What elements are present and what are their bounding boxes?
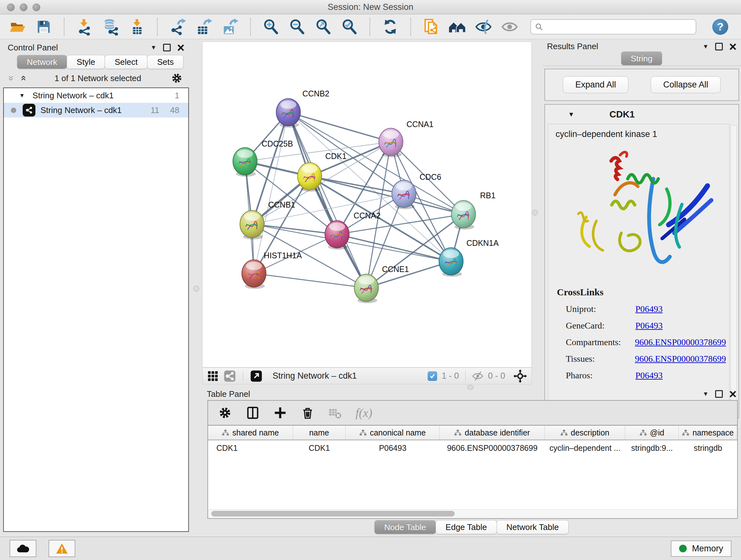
grid-view-icon[interactable] — [207, 370, 219, 382]
network-collection-row[interactable]: ▼ String Network – cdk1 1 — [4, 88, 188, 103]
birdseye-toggle-icon[interactable] — [514, 369, 527, 383]
zoom-in-icon[interactable] — [262, 17, 280, 36]
expand-all-networks-icon[interactable]: » — [17, 76, 28, 81]
tab-network-table[interactable]: Network Table — [496, 520, 569, 534]
houses-icon[interactable] — [448, 17, 467, 36]
cell-name[interactable]: CDK1 — [293, 443, 346, 453]
network-node-CCNE1[interactable] — [354, 274, 379, 303]
panel-menu-icon[interactable]: ▼ — [703, 390, 709, 397]
network-row[interactable]: String Network – cdk1 11 48 — [4, 103, 188, 118]
column-header[interactable]: canonical name — [346, 426, 440, 440]
cloud-services-button[interactable] — [10, 540, 37, 557]
tab-sets[interactable]: Sets — [147, 55, 184, 69]
results-scrollbar[interactable] — [731, 125, 737, 413]
tab-style[interactable]: Style — [67, 55, 105, 69]
search-box[interactable] — [530, 19, 696, 35]
network-view-icon[interactable] — [224, 370, 236, 382]
help-button[interactable]: ? — [712, 19, 728, 35]
tab-select[interactable]: Select — [105, 55, 147, 69]
network-edge-CCNB1-CCNA2[interactable] — [252, 224, 337, 234]
hide-panel-eye-icon[interactable] — [474, 17, 493, 36]
network-node-CDK1[interactable] — [297, 163, 322, 192]
function-builder-icon[interactable]: f(x) — [355, 406, 373, 420]
column-header[interactable]: shared name — [208, 426, 293, 440]
panel-menu-icon[interactable]: ▼ — [151, 44, 157, 51]
network-node-CDC25B[interactable] — [233, 147, 257, 177]
panel-menu-icon[interactable]: ▼ — [703, 43, 709, 50]
cell-canonical-name[interactable]: P06493 — [346, 443, 440, 453]
left-splitter-handle[interactable] — [193, 286, 199, 292]
table-row[interactable]: CDK1 CDK1 P06493 9606.ENSP00000378699 cy… — [208, 440, 737, 455]
collection-expand-icon[interactable]: ▼ — [19, 92, 25, 99]
delete-column-icon[interactable] — [300, 406, 315, 420]
panel-close-icon[interactable]: × — [729, 389, 737, 398]
panel-close-icon[interactable]: × — [729, 42, 737, 51]
save-session-icon[interactable] — [35, 17, 53, 36]
cell-description[interactable]: cyclin–dependent ... — [545, 443, 625, 453]
network-edge-CCNB2-CCNA1[interactable] — [288, 112, 391, 142]
show-columns-icon[interactable] — [246, 406, 260, 420]
zoom-out-icon[interactable] — [288, 17, 307, 36]
right-splitter-handle[interactable] — [532, 210, 538, 215]
network-edge-CCNB2-CCNE1[interactable] — [288, 112, 366, 288]
network-edge-HIST1H1A-CCNE1[interactable] — [254, 273, 366, 288]
cell-shared-name[interactable]: CDK1 — [208, 443, 293, 453]
column-header[interactable]: description — [545, 426, 625, 440]
panel-float-icon[interactable] — [715, 43, 723, 51]
memory-button[interactable]: Memory — [671, 541, 731, 557]
cell-id[interactable]: stringdb:9... — [625, 443, 679, 453]
tab-edge-table[interactable]: Edge Table — [435, 520, 497, 534]
table-horizontal-scrollbar[interactable] — [208, 509, 737, 518]
network-graph[interactable]: CCNB2CCNA1CDC25BCDK1CDC6RB1CCNB1CCNA2CDK… — [203, 42, 531, 367]
crosslink-compartments[interactable]: 9606.ENSP00000378699 — [635, 337, 726, 348]
import-table-from-file-icon[interactable] — [128, 17, 146, 36]
crosslink-pharos[interactable]: P06493 — [635, 370, 663, 381]
network-node-CDKN1A[interactable] — [439, 248, 463, 277]
export-image-icon[interactable] — [221, 17, 239, 36]
export-network-icon[interactable] — [169, 17, 187, 36]
crosslink-uniprot[interactable]: P06493 — [635, 304, 663, 314]
tab-node-table[interactable]: Node Table — [374, 520, 436, 534]
collapse-all-button[interactable]: Collapse All — [651, 76, 721, 93]
string-import-icon[interactable] — [422, 17, 441, 36]
network-options-gear-icon[interactable] — [171, 72, 183, 84]
network-node-RB1[interactable] — [451, 200, 475, 230]
scrollbar-thumb[interactable] — [211, 511, 455, 516]
network-node-CCNA2[interactable] — [325, 221, 349, 250]
network-view-canvas[interactable]: CCNB2CCNA1CDC25BCDK1CDC6RB1CCNB1CCNA2CDK… — [202, 42, 532, 368]
cell-database-identifier[interactable]: 9606.ENSP00000378699 — [440, 443, 545, 453]
open-session-icon[interactable] — [8, 17, 27, 36]
column-header[interactable]: name — [293, 426, 346, 440]
detach-view-icon[interactable] — [250, 370, 262, 382]
network-node-CDC6[interactable] — [392, 180, 416, 209]
network-node-CCNB2[interactable] — [276, 99, 300, 128]
network-node-CCNB1[interactable] — [240, 210, 264, 240]
expand-all-button[interactable]: Expand All — [563, 76, 629, 93]
warnings-button[interactable] — [49, 540, 75, 557]
network-edge-CCNB2-RB1[interactable] — [288, 112, 463, 214]
panel-float-icon[interactable] — [163, 44, 171, 51]
crosslink-tissues[interactable]: 9606.ENSP00000378699 — [635, 354, 726, 364]
panel-close-icon[interactable]: × — [177, 43, 185, 52]
network-node-HIST1H1A[interactable] — [242, 260, 266, 289]
add-column-icon[interactable] — [273, 406, 287, 420]
panel-float-icon[interactable] — [715, 390, 723, 398]
network-edge-CCNA2-CDKN1A[interactable] — [337, 234, 451, 261]
column-header[interactable]: database identifier — [440, 426, 545, 440]
protein-collapse-icon[interactable]: ▼ — [568, 111, 575, 118]
crosslink-genecard[interactable]: P06493 — [635, 320, 663, 331]
hidden-items-eye-icon[interactable] — [472, 370, 483, 382]
search-input[interactable] — [546, 22, 692, 32]
import-network-from-database-icon[interactable] — [102, 17, 120, 36]
collapse-all-networks-icon[interactable]: » — [6, 76, 17, 81]
delete-table-icon[interactable] — [328, 406, 342, 420]
table-options-gear-icon[interactable] — [218, 406, 232, 420]
zoom-fit-icon[interactable] — [314, 17, 333, 36]
selected-items-checkbox[interactable] — [428, 371, 437, 381]
network-edge-CCNB2-HIST1H1A[interactable] — [254, 112, 288, 273]
import-network-from-file-icon[interactable] — [75, 17, 94, 36]
column-header[interactable]: namespace — [679, 426, 737, 440]
export-table-icon[interactable] — [195, 17, 213, 36]
cell-namespace[interactable]: stringdb — [679, 443, 737, 453]
tab-string[interactable]: String — [621, 51, 663, 65]
